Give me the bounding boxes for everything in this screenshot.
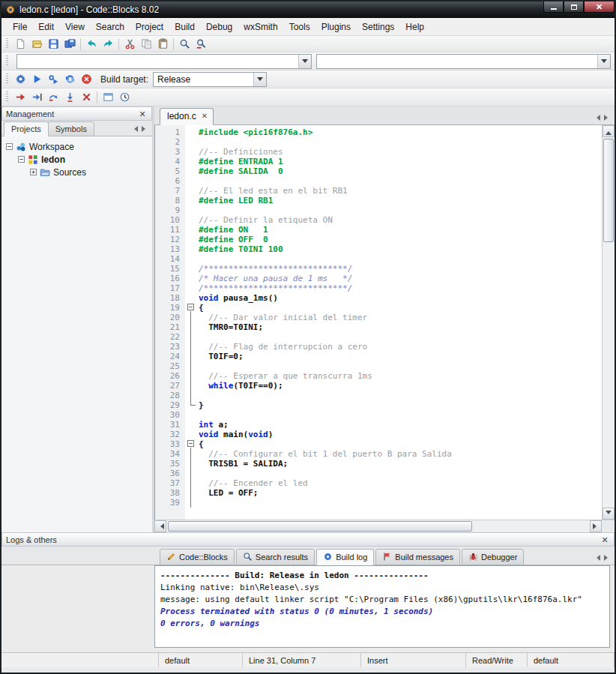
collapse-icon[interactable]: −	[18, 156, 25, 163]
tab-scroll-left-icon[interactable]	[594, 115, 600, 121]
new-file-button[interactable]	[12, 37, 28, 52]
code-line[interactable]: 24 T0IF=0;	[155, 352, 602, 361]
log-tab-build-log[interactable]: Build log	[316, 549, 374, 565]
code-line[interactable]: 4#define ENTRADA 1	[155, 157, 602, 166]
scroll-left-button[interactable]	[154, 520, 166, 532]
code-line[interactable]: 39	[155, 498, 602, 508]
menu-tools[interactable]: Tools	[284, 19, 315, 34]
close-button[interactable]: ✕	[584, 1, 615, 13]
fold-toggle[interactable]: −	[185, 303, 197, 313]
scroll-right-button[interactable]	[590, 520, 602, 532]
code-line[interactable]: 22	[155, 332, 602, 342]
menu-edit[interactable]: Edit	[33, 19, 59, 34]
log-tab-search-results[interactable]: Search results	[236, 549, 315, 565]
menu-plugins[interactable]: Plugins	[316, 19, 356, 34]
menu-build[interactable]: Build	[169, 19, 200, 34]
close-tab-button[interactable]: ✕	[202, 112, 208, 120]
tab-scroll-right-icon[interactable]	[604, 115, 611, 121]
code-line[interactable]: 36	[155, 469, 602, 478]
horizontal-scrollbar-thumb[interactable]	[168, 521, 472, 532]
code-line[interactable]: 34 //-- Configurar el bit 1 del puerto B…	[155, 449, 602, 459]
code-line[interactable]: 31int a;	[155, 420, 602, 430]
code-line[interactable]: 15/*****************************/	[155, 264, 602, 274]
menu-view[interactable]: View	[60, 19, 90, 34]
code-line[interactable]: 5#define SALIDA 0	[155, 166, 602, 176]
code-line[interactable]: 28	[155, 391, 602, 400]
tab-scroll-right-icon[interactable]	[604, 555, 611, 561]
scroll-up-button[interactable]	[603, 125, 615, 137]
run-button[interactable]	[28, 72, 45, 87]
chevron-down-icon[interactable]	[298, 55, 311, 68]
save-all-button[interactable]	[61, 37, 78, 52]
code-line[interactable]: 7//-- El led esta en el bit RB1	[155, 186, 602, 196]
close-logs-panel-button[interactable]: ✕	[600, 535, 610, 544]
log-tab-build-messages[interactable]: Build messages	[375, 549, 460, 565]
cut-button[interactable]	[121, 37, 138, 52]
watch-clock-button[interactable]	[116, 90, 133, 105]
stop-debugger-button[interactable]	[78, 90, 94, 105]
paste-button[interactable]	[154, 37, 171, 52]
codecompletion-scope-combo[interactable]	[16, 54, 312, 69]
menu-debug[interactable]: Debug	[201, 19, 238, 34]
log-tab-code-blocks[interactable]: Code::Blocks	[160, 549, 235, 565]
toolbar-grip[interactable]	[6, 55, 8, 67]
menu-project[interactable]: Project	[130, 19, 169, 34]
next-line-button[interactable]	[45, 90, 61, 105]
replace-button[interactable]	[193, 37, 209, 52]
build-and-run-button[interactable]	[45, 72, 61, 87]
code-line[interactable]: 11#define ON 1	[155, 225, 602, 235]
tab-scroll-left-icon[interactable]	[594, 555, 600, 561]
tree-item-sources[interactable]: +Sources	[1, 166, 152, 178]
menu-search[interactable]: Search	[91, 19, 130, 34]
code-line[interactable]: 26 //-- Esperar a que transcurra 1ms	[155, 371, 602, 381]
build-target-combo[interactable]: Release	[153, 72, 267, 87]
code-line[interactable]: 37 //-- Encender el led	[155, 478, 602, 488]
tree-item-workspace[interactable]: −Workspace	[1, 140, 152, 153]
code-line[interactable]: 18void pausa_1ms()	[155, 293, 602, 303]
chevron-down-icon[interactable]	[597, 55, 610, 68]
copy-button[interactable]	[138, 37, 154, 52]
vertical-scrollbar-thumb[interactable]	[603, 139, 614, 242]
code-line[interactable]: 14	[155, 254, 602, 264]
maximize-button[interactable]	[564, 1, 584, 13]
chevron-down-icon[interactable]	[253, 73, 266, 86]
expand-icon[interactable]: +	[30, 169, 37, 175]
code-line[interactable]: 25	[155, 361, 602, 371]
debugging-windows-button[interactable]	[100, 90, 116, 105]
menu-wxsmith[interactable]: wxSmith	[238, 19, 283, 34]
debug-continue-button[interactable]	[12, 90, 28, 105]
fold-toggle[interactable]: −	[185, 439, 197, 449]
code-line[interactable]: 10//-- Definir la etiqueta ON	[155, 215, 602, 225]
save-file-button[interactable]	[45, 37, 61, 52]
code-line[interactable]: 27 while(T0IF==0);	[155, 381, 602, 391]
code-line[interactable]: 9	[155, 205, 602, 215]
toolbar-grip[interactable]	[6, 38, 8, 49]
code-line[interactable]: 8#define LED RB1	[155, 196, 602, 205]
codecompletion-symbol-combo[interactable]	[316, 54, 612, 69]
code-line[interactable]: 32void main(void)	[155, 430, 602, 439]
code-line[interactable]: 19−{	[155, 303, 602, 313]
step-into-button[interactable]	[61, 90, 78, 105]
code-line[interactable]: 16/* Hacer una pausa de 1 ms */	[155, 274, 602, 283]
code-line[interactable]: 13#define T0INI 100	[155, 244, 602, 254]
vertical-scrollbar[interactable]	[602, 125, 615, 520]
code-line[interactable]: 21 TMR0=T0INI;	[155, 322, 602, 332]
menu-file[interactable]: File	[7, 19, 32, 34]
editor-tab-ledon-c[interactable]: ledon.c ✕	[160, 108, 214, 125]
scroll-down-button[interactable]	[603, 508, 615, 520]
code-line[interactable]: 1#include <pic16f876a.h>	[155, 127, 602, 137]
tab-scroll-left-icon[interactable]	[131, 126, 138, 132]
collapse-icon[interactable]: −	[6, 143, 13, 150]
rebuild-button[interactable]	[61, 72, 78, 87]
log-tab-debugger[interactable]: Debugger	[462, 549, 524, 565]
abort-button[interactable]	[78, 72, 94, 87]
build-button[interactable]	[12, 72, 28, 87]
code-line[interactable]: 35 TRISB1 = SALIDA;	[155, 459, 602, 469]
minimize-button[interactable]	[543, 1, 564, 13]
management-tab-symbols[interactable]: Symbols	[48, 121, 94, 136]
menu-help[interactable]: Help	[400, 19, 429, 34]
code-editor[interactable]: 1#include <pic16f876a.h>23//-- Definicio…	[155, 125, 602, 520]
run-to-cursor-button[interactable]	[28, 90, 45, 105]
menu-settings[interactable]: Settings	[357, 19, 399, 34]
management-tab-projects[interactable]: Projects	[4, 121, 49, 136]
